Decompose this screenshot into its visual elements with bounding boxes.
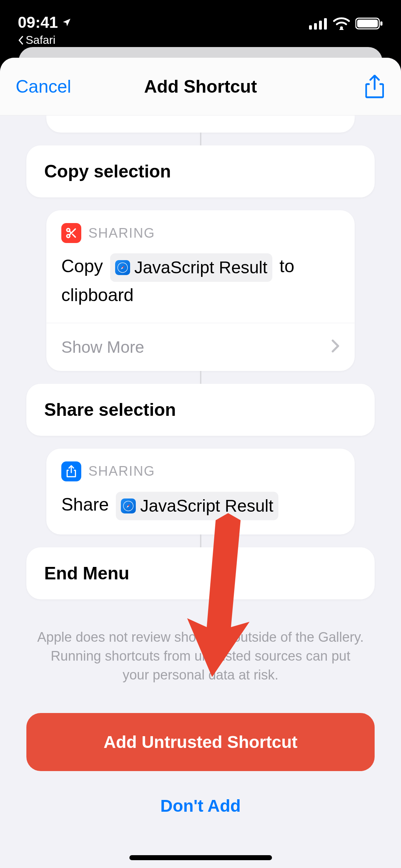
show-more-row[interactable]: Show More [46,323,355,371]
action-description: Copy JavaScript Result to clipboard [61,253,340,309]
share-button[interactable] [364,74,385,99]
end-menu-step[interactable]: End Menu [26,547,375,599]
svg-rect-2 [319,21,322,30]
flow-connector [200,534,201,547]
chevron-left-icon [18,36,24,45]
location-icon [62,17,72,27]
status-time: 09:41 [18,14,72,31]
menu-item-label: Copy selection [44,161,171,181]
action-description: Share JavaScript Result [61,491,340,520]
add-shortcut-sheet: Cancel Add Shortcut Copy selection [0,58,401,868]
chevron-right-icon [331,337,340,357]
svg-line-12 [70,231,71,233]
home-indicator[interactable] [129,855,272,860]
action-category-label: SHARING [88,464,155,479]
untrusted-warning-text: Apple does not review shortcuts outside … [26,628,375,685]
svg-line-11 [72,234,75,237]
svg-rect-1 [314,23,317,30]
action-share[interactable]: SHARING Share JavaScript Result [46,449,355,534]
variable-chip-javascript-result[interactable]: JavaScript Result [110,253,272,282]
battery-icon [355,17,383,30]
menu-item-label: Share selection [44,400,176,420]
share-up-icon [61,461,81,481]
share-icon [365,75,384,98]
action-category-label: SHARING [88,226,155,241]
svg-rect-6 [357,20,378,27]
previous-action-card-edge [46,115,355,133]
svg-point-4 [340,26,343,29]
flow-connector [200,371,201,384]
menu-item-share-selection[interactable]: Share selection [26,384,375,436]
wifi-icon [333,17,350,30]
dont-add-button[interactable]: Don't Add [160,796,241,816]
scissors-icon [61,223,81,243]
back-to-app[interactable]: Safari [18,33,72,47]
svg-rect-3 [324,18,327,30]
cancel-button[interactable]: Cancel [16,76,71,97]
action-copy-to-clipboard[interactable]: SHARING Copy JavaScript Result to clipbo… [46,210,355,371]
status-bar: 09:41 Safari [0,0,401,46]
variable-chip-javascript-result[interactable]: JavaScript Result [116,492,278,520]
svg-rect-7 [380,21,382,26]
menu-item-copy-selection[interactable]: Copy selection [26,145,375,197]
show-more-label: Show More [61,337,144,357]
add-untrusted-shortcut-button[interactable]: Add Untrusted Shortcut [26,713,375,771]
safari-icon [121,498,136,513]
cellular-icon [309,17,328,30]
svg-rect-0 [309,25,312,30]
flow-connector [200,133,201,145]
safari-icon [115,260,130,275]
end-menu-label: End Menu [44,563,129,583]
sheet-header: Cancel Add Shortcut [0,58,401,115]
